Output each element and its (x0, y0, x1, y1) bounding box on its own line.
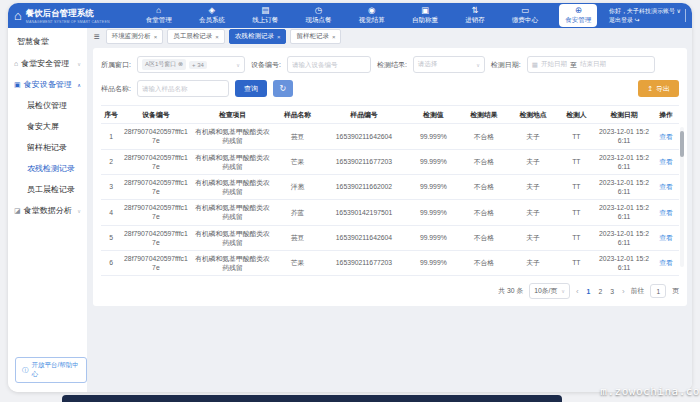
nav-item-icon: ⌂ (156, 6, 161, 15)
cell-seq: 3 (101, 174, 121, 199)
content-card: 所属窗口: A区1号窗口 ⊗ + 34 ∨ 设备编号: 检测结果: (93, 48, 687, 306)
page-number-button[interactable]: 2 (596, 288, 604, 295)
sidebar-subitem[interactable]: 晨检仪管理 (8, 95, 87, 116)
close-icon[interactable]: × (215, 34, 219, 40)
top-nav-item[interactable]: ▣ 自助称重 (406, 4, 444, 27)
next-page-button[interactable]: › (622, 287, 625, 296)
column-header: 样品名称 (274, 106, 320, 124)
top-nav-item[interactable]: ◈ 会员系统 (193, 4, 231, 27)
tab-bar: ≡ 环境监测分析 × 员工晨检记录 × (88, 28, 692, 45)
start-date-placeholder: 开始日期 (541, 60, 567, 69)
cell-seq: 1 (101, 124, 121, 149)
cell-test-location: 夫子 (508, 124, 557, 149)
close-icon[interactable]: × (154, 34, 158, 40)
close-icon[interactable]: × (332, 34, 336, 40)
nav-item-label: 现场点餐 (305, 16, 331, 25)
cell-sample-name: 芸豆 (274, 225, 320, 250)
page-number-button[interactable]: 1 (585, 288, 593, 295)
top-nav-item[interactable]: ⌂ 食堂管理 (140, 4, 178, 27)
table-scrollbar[interactable] (680, 127, 684, 267)
cell-device-number: 28f79070420597fffc17e (121, 124, 190, 149)
cell-seq: 5 (101, 225, 121, 250)
sidebar-subitem[interactable]: 留样柜记录 (8, 137, 87, 158)
results-table: 序号设备编号检查项目样品名称样品编号检测值检测结果检测地点检测人检测日期操作 1… (101, 105, 679, 276)
sidebar-subitem-label: 食安大屏 (27, 122, 59, 131)
column-header: 检测人 (558, 106, 596, 124)
sidebar-subitem[interactable]: 食安大屏 (8, 116, 87, 137)
nav-item-label: 进销存 (465, 16, 485, 25)
sample-name-input[interactable] (142, 85, 224, 92)
page-size-select[interactable]: 10条/页 ∨ (529, 283, 570, 299)
cell-sample-name: 芸豆 (274, 124, 320, 149)
user-menu[interactable]: 你好，夫子科技演示账号 ∨ 退出登录 ↪ (609, 7, 686, 25)
page-size-label: 10条/页 (534, 286, 557, 296)
top-nav-item[interactable]: ⇅ 进销存 (459, 4, 491, 27)
sidebar-group-food-safety-devices[interactable]: ▣ 食安设备管理 ∧ (8, 74, 87, 95)
cell-test-location: 夫子 (508, 149, 557, 174)
sidebar-subitem-label: 晨检仪管理 (27, 101, 67, 110)
export-button[interactable]: ↥ 导出 (638, 80, 679, 97)
page-tab[interactable]: 留样柜记录 × (290, 29, 341, 44)
page-tab[interactable]: 环境监测分析 × (106, 29, 164, 44)
cell-test-date: 2023-12-01 15:26:11 (595, 149, 653, 174)
more-tags-count: + 34 (189, 61, 207, 69)
page-tab[interactable]: 农残检测记录 × (229, 29, 287, 44)
sidebar-group-data-analysis[interactable]: ◪ 食堂数据分析 ∨ (8, 200, 87, 221)
sidebar-subitem[interactable]: 农残检测记录 (8, 158, 87, 179)
cell-test-value: 99.999% (407, 250, 459, 275)
column-header: 检测日期 (595, 106, 653, 124)
view-link[interactable]: 查看 (659, 133, 673, 140)
cell-test-result: 不合格 (459, 149, 508, 174)
app-title: 餐饮后台管理系统 (26, 8, 110, 20)
device-number-input[interactable] (292, 61, 366, 68)
column-header: 检测值 (407, 106, 459, 124)
cell-test-value: 99.999% (407, 174, 459, 199)
view-link[interactable]: 查看 (659, 183, 673, 190)
close-icon[interactable]: × (277, 34, 281, 40)
tab-label: 农残检测记录 (235, 32, 274, 41)
tab-label: 环境监测分析 (112, 32, 151, 41)
open-platform-help-button[interactable]: ⓘ 开放平台/帮助中心 (15, 357, 87, 383)
cell-test-result: 不合格 (459, 200, 508, 225)
nav-item-label: 视觉结算 (359, 16, 385, 25)
top-nav-item[interactable]: ▭ 缴费中心 (506, 4, 544, 27)
app-subtitle: MANAGEMENT SYSTEM OF SMART CANTEEN (26, 20, 110, 24)
logout-link[interactable]: 退出登录 (609, 17, 633, 23)
top-nav-item[interactable]: ⊕ 食安管理 (559, 4, 597, 27)
chevron-down-icon[interactable]: ∨ (677, 8, 681, 14)
column-header: 操作 (653, 106, 679, 124)
view-link[interactable]: 查看 (659, 259, 673, 266)
top-nav-item[interactable]: ▤ 线上订餐 (246, 4, 284, 27)
cell-seq: 6 (101, 250, 121, 275)
cell-test-value: 99.999% (407, 124, 459, 149)
column-header: 样品编号 (321, 106, 408, 124)
top-nav-item[interactable]: ◉ 视觉结算 (353, 4, 391, 27)
cell-seq: 4 (101, 200, 121, 225)
tag-close-icon[interactable]: ⊗ (178, 61, 183, 67)
cell-sample-number: 165390142197501 (321, 200, 408, 225)
sidebar-subitem[interactable]: 员工晨检记录 (8, 179, 87, 200)
top-nav-item[interactable]: ◷ 现场点餐 (299, 4, 337, 27)
collapse-sidebar-icon[interactable]: ≡ (94, 31, 100, 42)
sidebar-group-canteen-safety[interactable]: ⌂ 食堂安全管理 ∨ (8, 53, 87, 74)
device-input-wrap (287, 56, 371, 73)
date-separator: 至 (570, 60, 577, 70)
prev-page-button[interactable]: ‹ (576, 287, 579, 296)
cell-device-number: 28f79070420597fffc17e (121, 174, 190, 199)
window-multiselect[interactable]: A区1号窗口 ⊗ + 34 ∨ (137, 56, 245, 73)
scrollbar-thumb[interactable] (680, 131, 684, 157)
view-link[interactable]: 查看 (659, 209, 673, 216)
goto-page-input[interactable] (650, 284, 666, 298)
result-select[interactable]: 请选择 ∨ (413, 56, 485, 73)
date-range-picker[interactable]: ▦ 开始日期 至 结束日期 (527, 56, 655, 73)
page-tab[interactable]: 员工晨检记录 × (167, 29, 225, 44)
table-row: 5 28f79070420597fffc17e 有机磷和氨基甲酸酯类农药残留 芸… (101, 225, 679, 250)
view-link[interactable]: 查看 (659, 234, 673, 241)
reset-button[interactable]: ↻ (273, 80, 293, 97)
search-button[interactable]: 查询 (235, 80, 267, 97)
sidebar-submenu: 晨检仪管理 食安大屏 留样柜记录 农残检测记录 员工晨检 (8, 95, 87, 200)
view-link[interactable]: 查看 (659, 158, 673, 165)
top-nav: ⌂ 食堂管理 ◈ 会员系统 ▤ 线上订餐 ◷ 现场点餐 (132, 4, 605, 27)
page-number-button[interactable]: 3 (608, 288, 616, 295)
selected-window-tag[interactable]: A区1号窗口 ⊗ (142, 59, 186, 70)
